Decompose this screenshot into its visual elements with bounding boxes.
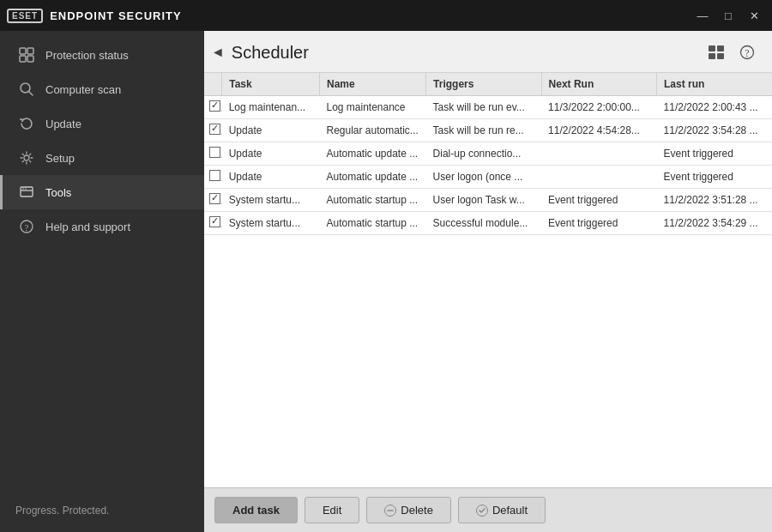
scheduler-table-container[interactable]: Task Name Triggers Next Run Last run Log… xyxy=(204,73,772,487)
svg-rect-0 xyxy=(20,48,26,54)
refresh-icon xyxy=(18,115,35,132)
table-row[interactable]: UpdateAutomatic update ...User logon (on… xyxy=(204,166,772,189)
table-row[interactable]: System startu...Automatic startup ...Use… xyxy=(204,189,772,212)
svg-rect-13 xyxy=(709,45,715,51)
svg-rect-14 xyxy=(717,45,724,51)
sidebar-label-update: Update xyxy=(45,118,189,130)
sidebar-item-protection-status[interactable]: Protection status xyxy=(0,38,204,72)
cell-task: System startu... xyxy=(222,189,320,212)
search-icon xyxy=(18,81,35,98)
content-area: ◄ Scheduler ? xyxy=(204,31,772,532)
row-checkbox[interactable] xyxy=(204,212,222,235)
svg-rect-16 xyxy=(717,53,724,59)
cell-nextrun: 11/2/2022 4:54:28... xyxy=(541,119,656,142)
cell-nextrun: 11/3/2022 2:00:00... xyxy=(541,96,656,119)
sidebar-item-setup[interactable]: Setup xyxy=(0,141,204,175)
cell-name: Log maintenance xyxy=(319,96,425,119)
sidebar-item-computer-scan[interactable]: Computer scan xyxy=(0,72,204,106)
table-row[interactable]: UpdateAutomatic update ...Dial-up connec… xyxy=(204,142,772,166)
gear-icon xyxy=(18,149,35,166)
sidebar-item-update[interactable]: Update xyxy=(0,106,204,141)
delete-button[interactable]: Delete xyxy=(366,497,451,523)
cell-lastrun: 11/2/2022 3:54:28 ... xyxy=(657,119,772,142)
cell-lastrun: 11/2/2022 3:54:29 ... xyxy=(657,212,772,235)
close-button[interactable]: ✕ xyxy=(743,6,765,25)
svg-rect-2 xyxy=(20,56,26,62)
cell-triggers: User logon (once ... xyxy=(426,166,541,189)
cell-name: Automatic startup ... xyxy=(319,189,425,212)
sidebar-status: Progress. Protected. xyxy=(0,496,204,525)
col-header-nextrun[interactable]: Next Run xyxy=(541,73,656,96)
svg-rect-7 xyxy=(21,187,33,196)
view-toggle-button[interactable] xyxy=(705,42,729,63)
cell-triggers: User logon Task w... xyxy=(426,189,541,212)
col-header-task[interactable]: Task xyxy=(222,73,320,96)
cell-name: Regular automatic... xyxy=(319,119,425,142)
page-title: Scheduler xyxy=(232,43,705,63)
svg-line-5 xyxy=(29,92,33,96)
col-header-name[interactable]: Name xyxy=(319,73,425,96)
content-footer: Add task Edit Delete Default xyxy=(204,487,772,532)
col-header-lastrun[interactable]: Last run xyxy=(657,73,772,96)
sidebar-item-tools[interactable]: Tools xyxy=(0,175,204,209)
row-checkbox[interactable] xyxy=(204,119,222,142)
table-header-row: Task Name Triggers Next Run Last run xyxy=(204,73,772,96)
cell-lastrun: Event triggered xyxy=(657,166,772,189)
cell-nextrun: Event triggered xyxy=(541,212,656,235)
sidebar-label-tools: Tools xyxy=(45,186,189,199)
maximize-button[interactable]: □ xyxy=(717,6,739,25)
row-checkbox[interactable] xyxy=(204,166,222,189)
cell-task: Update xyxy=(222,119,320,142)
svg-rect-15 xyxy=(709,53,715,59)
content-header: ◄ Scheduler ? xyxy=(204,31,772,73)
cell-triggers: Task will be run ev... xyxy=(426,96,541,119)
cell-nextrun xyxy=(541,142,656,166)
edit-button[interactable]: Edit xyxy=(305,497,359,523)
help-button[interactable]: ? xyxy=(736,41,758,63)
window-controls: — □ ✕ xyxy=(691,6,765,25)
cell-name: Automatic update ... xyxy=(319,166,425,189)
cell-task: Update xyxy=(222,142,320,166)
app-logo: ESET ENDPOINT SECURITY xyxy=(7,9,182,23)
cell-nextrun xyxy=(541,166,656,189)
cell-name: Automatic startup ... xyxy=(319,212,425,235)
cell-triggers: Task will be run re... xyxy=(426,119,541,142)
titlebar: ESET ENDPOINT SECURITY — □ ✕ xyxy=(0,0,772,31)
cell-nextrun: Event triggered xyxy=(541,189,656,212)
cell-lastrun: 11/2/2022 3:51:28 ... xyxy=(657,189,772,212)
col-header-triggers[interactable]: Triggers xyxy=(426,73,541,96)
cell-triggers: Successful module... xyxy=(426,212,541,235)
main-layout: Protection status Computer scan Update xyxy=(0,31,772,532)
grid-icon xyxy=(18,46,35,63)
sidebar-label-computer-scan: Computer scan xyxy=(45,83,189,96)
minimize-button[interactable]: — xyxy=(691,6,714,25)
cell-lastrun: Event triggered xyxy=(657,142,772,166)
scheduler-table: Task Name Triggers Next Run Last run Log… xyxy=(204,73,772,235)
col-header-checkbox xyxy=(204,73,222,96)
tools-icon xyxy=(18,184,35,201)
svg-rect-3 xyxy=(27,56,33,62)
row-checkbox[interactable] xyxy=(204,142,222,166)
back-button[interactable]: ◄ xyxy=(211,45,225,60)
cell-task: Log maintenan... xyxy=(222,96,320,119)
sidebar-label-protection-status: Protection status xyxy=(45,49,189,62)
sidebar-label-setup: Setup xyxy=(45,152,189,165)
table-row[interactable]: Log maintenan...Log maintenanceTask will… xyxy=(204,96,772,119)
cell-task: Update xyxy=(222,166,320,189)
add-task-button[interactable]: Add task xyxy=(214,497,298,523)
svg-rect-1 xyxy=(27,48,33,54)
sidebar-item-help-support[interactable]: ? Help and support xyxy=(0,209,204,244)
svg-text:?: ? xyxy=(25,222,29,233)
default-button[interactable]: Default xyxy=(458,497,546,523)
table-row[interactable]: System startu...Automatic startup ...Suc… xyxy=(204,212,772,235)
sidebar: Protection status Computer scan Update xyxy=(0,31,204,532)
default-label: Default xyxy=(492,504,528,517)
header-actions: ? xyxy=(705,41,758,63)
app-name: ENDPOINT SECURITY xyxy=(50,9,182,22)
row-checkbox[interactable] xyxy=(204,96,222,119)
table-row[interactable]: UpdateRegular automatic...Task will be r… xyxy=(204,119,772,142)
row-checkbox[interactable] xyxy=(204,189,222,212)
delete-label: Delete xyxy=(401,504,433,517)
sidebar-label-help-support: Help and support xyxy=(45,221,189,233)
cell-name: Automatic update ... xyxy=(319,142,425,166)
